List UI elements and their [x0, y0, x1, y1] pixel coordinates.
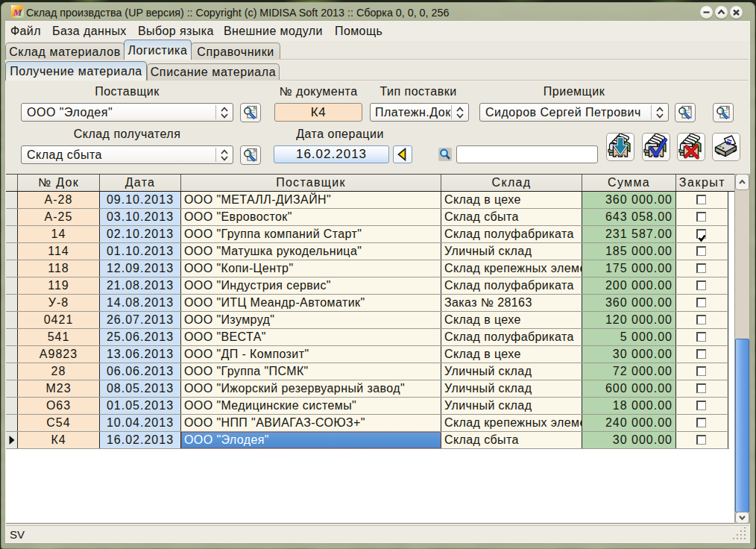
svg-text:M: M [13, 7, 22, 18]
